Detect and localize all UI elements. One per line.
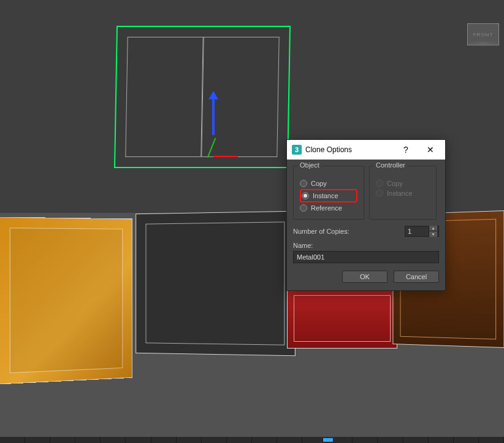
help-button[interactable]: ? [394, 140, 418, 160]
controller-copy-radio: Copy [376, 179, 430, 188]
name-input[interactable] [293, 251, 439, 263]
name-row: Name: [293, 242, 439, 263]
radio-icon [300, 180, 307, 187]
number-of-copies-input[interactable] [405, 228, 429, 235]
radio-label: Reference [311, 204, 342, 212]
gizmo-x-axis[interactable] [213, 156, 238, 157]
object-reference-radio[interactable]: Reference [300, 203, 357, 213]
dialog-body: Object Copy Instance Reference Cont [287, 160, 445, 290]
dialog-button-row: OK Cancel [293, 271, 439, 283]
number-of-copies-spinner[interactable]: ▲ ▼ [405, 226, 439, 237]
number-of-copies-label: Number of Copies: [293, 228, 349, 235]
scene-object-crate-orange[interactable] [0, 217, 132, 384]
radio-icon [376, 180, 383, 187]
object-group-title: Object [297, 161, 322, 169]
annotation-highlight: Instance [300, 189, 357, 202]
object-copy-radio[interactable]: Copy [300, 179, 357, 188]
radio-label: Copy [311, 180, 327, 187]
gizmo-z-axis[interactable] [212, 98, 215, 135]
radio-label: Instance [313, 192, 338, 199]
timeline-current-frame-marker[interactable] [323, 438, 333, 442]
viewcube-face-label: FRONT [473, 32, 494, 37]
close-button[interactable]: ✕ [418, 140, 443, 160]
ok-button[interactable]: OK [342, 271, 388, 283]
cancel-button[interactable]: Cancel [394, 271, 439, 283]
viewcube-base [465, 40, 502, 47]
app-icon: 3 [292, 145, 302, 155]
radio-icon [302, 192, 309, 199]
controller-instance-radio: Instance [376, 188, 430, 198]
spinner-up-button[interactable]: ▲ [429, 226, 437, 231]
radio-label: Instance [387, 190, 413, 197]
number-of-copies-row: Number of Copies: ▲ ▼ [293, 226, 439, 237]
clone-options-dialog: 3 Clone Options ? ✕ Object Copy Instance [286, 139, 446, 291]
radio-icon [300, 204, 307, 212]
transform-gizmo[interactable] [201, 123, 226, 172]
dialog-title: Clone Options [305, 145, 394, 154]
dialog-titlebar[interactable]: 3 Clone Options ? ✕ [287, 140, 445, 160]
timeline-bar[interactable] [0, 437, 504, 443]
controller-group-title: Controller [373, 161, 408, 169]
spinner-down-button[interactable]: ▼ [429, 231, 437, 237]
radio-icon [376, 190, 383, 197]
scene-object-crate-red[interactable] [287, 288, 397, 349]
radio-label: Copy [387, 180, 403, 187]
controller-group: Controller Copy Instance [369, 166, 437, 220]
gizmo-y-axis[interactable] [207, 138, 216, 158]
name-label: Name: [293, 242, 439, 249]
object-group: Object Copy Instance Reference [293, 166, 364, 220]
scene-object-crate-dark[interactable] [136, 211, 296, 356]
object-instance-radio[interactable]: Instance [302, 191, 354, 201]
